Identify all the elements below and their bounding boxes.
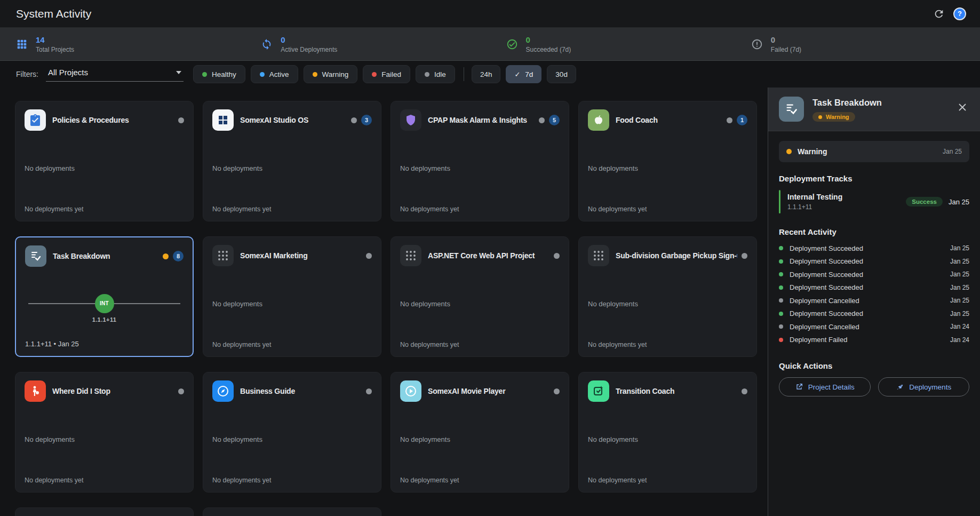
quick-action-button[interactable]: Deployments xyxy=(878,377,970,396)
status-filter-pill[interactable]: Idle xyxy=(416,65,455,83)
project-card[interactable]: Sub-division Garbage Pickup Sign-up No d… xyxy=(578,236,757,357)
status-filter-pill[interactable]: Active xyxy=(251,65,298,83)
card-footer: No deployments yet xyxy=(400,205,560,213)
status-filter-pill[interactable]: Warning xyxy=(304,65,358,83)
card-body: INT 1.1.1+11 No deployments xyxy=(25,267,184,340)
activity-item: Deployment Succeeded Jan 25 xyxy=(779,255,969,268)
card-body: No deployments xyxy=(25,131,184,205)
warning-badge-label: Warning xyxy=(826,114,849,120)
no-deployments-text: No deployments xyxy=(25,164,184,172)
project-card[interactable]: SomexAI Marketing No deployments No depl… xyxy=(203,236,381,357)
project-title: SomexAI Marketing xyxy=(240,251,362,260)
no-deployments-yet-text: No deployments yet xyxy=(25,477,83,484)
header-actions: ? xyxy=(933,7,966,20)
card-body: No deployments xyxy=(25,402,184,477)
track-node-label: INT xyxy=(100,300,109,306)
project-card[interactable]: Food Coach 1 No deployments No deploymen… xyxy=(578,101,757,221)
no-deployments-text: No deployments xyxy=(212,435,372,443)
card-footer: No deployments yet xyxy=(588,477,747,484)
project-card[interactable]: CPAP Mask Alarm & Insights 5 No deployme… xyxy=(391,101,569,221)
project-card[interactable]: Transition Coach No deployments No deplo… xyxy=(578,372,757,493)
deployment-tracks-heading: Deployment Tracks xyxy=(779,174,969,183)
stat-value: 0 xyxy=(526,35,571,44)
time-range-pill[interactable]: ✓ 30d xyxy=(547,65,576,83)
project-detail-panel: Task Breakdown Warning Warning Jan 25 De… xyxy=(768,88,980,516)
project-filter-select[interactable]: All Projects xyxy=(46,67,184,82)
project-card[interactable]: Where Did I Stop No deployments No deplo… xyxy=(15,372,194,493)
card-footer: No deployments yet xyxy=(212,205,372,213)
status-filter-pill[interactable]: Failed xyxy=(363,65,410,83)
external-link-icon xyxy=(795,383,803,391)
track-node[interactable]: INT xyxy=(95,294,114,313)
card-body: No deployments xyxy=(588,402,747,477)
card-header: SomexAI Movie Player xyxy=(400,380,560,402)
alert-circle-icon xyxy=(751,38,763,50)
status-dot xyxy=(727,117,732,123)
chevron-down-icon xyxy=(176,71,181,74)
stat-label: Active Deployments xyxy=(281,46,337,53)
project-card[interactable]: SomexAI Studio OS 3 No deployments No de… xyxy=(203,101,381,221)
status-filter-pill[interactable]: Healthy xyxy=(193,65,245,83)
project-card[interactable]: SomexAI Movie Player No deployments No d… xyxy=(391,372,569,493)
card-footer: No deployments yet xyxy=(400,341,560,348)
card-footer: No deployments yet xyxy=(588,205,747,213)
time-range-pill[interactable]: ✓ 24h xyxy=(472,65,501,83)
card-header: Sub-division Garbage Pickup Sign-up xyxy=(588,245,747,266)
project-card[interactable]: Task Breakdown 8 INT 1.1.1+11 No deploym… xyxy=(15,236,194,357)
refresh-icon[interactable] xyxy=(933,8,945,20)
no-deployments-yet-text: No deployments yet xyxy=(25,205,83,213)
compass-icon xyxy=(212,380,234,402)
stat-label: Failed (7d) xyxy=(771,46,801,53)
card-header: CPAP Mask Alarm & Insights 5 xyxy=(400,109,560,131)
close-icon[interactable] xyxy=(957,101,968,113)
time-range-pill[interactable]: ✓ 7d xyxy=(506,65,541,83)
help-icon[interactable]: ? xyxy=(953,7,966,20)
project-title: SomexAI Movie Player xyxy=(428,387,549,395)
stat-value: 14 xyxy=(36,35,74,44)
project-card[interactable]: No deployments No deployments yet xyxy=(203,507,381,516)
card-body: No deployments xyxy=(400,402,560,477)
activity-item: Deployment Succeeded Jan 25 xyxy=(779,307,969,321)
warning-dot xyxy=(818,115,822,119)
card-header: Where Did I Stop xyxy=(25,380,184,402)
deployment-count-badge: 5 xyxy=(549,115,560,125)
project-card[interactable]: ASP.NET Core Web API Project No deployme… xyxy=(391,236,569,357)
no-deployments-yet-text: No deployments yet xyxy=(400,205,459,213)
status-dot xyxy=(351,117,357,123)
track-status-bar xyxy=(779,190,780,213)
stat-value: 0 xyxy=(771,35,801,44)
card-body: No deployments xyxy=(588,266,747,341)
card-footer: No deployments yet xyxy=(588,341,747,348)
status-dot xyxy=(554,388,560,394)
status-dot xyxy=(366,388,372,394)
status-dot xyxy=(742,388,747,394)
card-version-date: 1.1.1+11 • Jan 25 xyxy=(25,340,79,348)
stat-label: Succeeded (7d) xyxy=(526,46,571,53)
status-dot xyxy=(539,117,545,123)
status-dot xyxy=(163,253,169,259)
pill-label: Healthy xyxy=(212,70,236,78)
project-card[interactable]: Policies & Procedures No deployments No … xyxy=(15,101,194,221)
no-deployments-yet-text: No deployments yet xyxy=(400,477,459,484)
card-body: No deployments xyxy=(212,402,372,477)
project-title: CPAP Mask Alarm & Insights xyxy=(428,116,535,124)
card-footer: No deployments yet xyxy=(25,205,184,213)
project-card[interactable]: Business Guide No deployments No deploym… xyxy=(203,372,381,493)
activity-date: Jan 24 xyxy=(950,336,969,344)
quick-action-button[interactable]: Project Details xyxy=(779,377,871,396)
activity-status-dot xyxy=(779,298,783,303)
project-card[interactable]: No deployments No deployments yet xyxy=(15,507,194,516)
stat: 0 Succeeded (7d) xyxy=(490,35,735,53)
filters-bar: Filters: All Projects Healthy Active War… xyxy=(0,61,980,88)
activity-status-dot xyxy=(779,285,783,290)
activity-date: Jan 25 xyxy=(950,297,969,304)
card-footer: No deployments yet xyxy=(25,477,184,484)
deployment-track-item[interactable]: Internal Testing 1.1.1+11 Success Jan 25 xyxy=(779,190,969,213)
pill-label: Idle xyxy=(434,70,446,78)
no-deployments-text: No deployments xyxy=(400,435,560,443)
status-dot xyxy=(260,72,265,77)
panel-header: Task Breakdown Warning xyxy=(768,88,980,131)
card-body: No deployments xyxy=(588,131,747,205)
activity-item: Deployment Cancelled Jan 24 xyxy=(779,320,969,334)
stat-label: Total Projects xyxy=(36,46,74,53)
